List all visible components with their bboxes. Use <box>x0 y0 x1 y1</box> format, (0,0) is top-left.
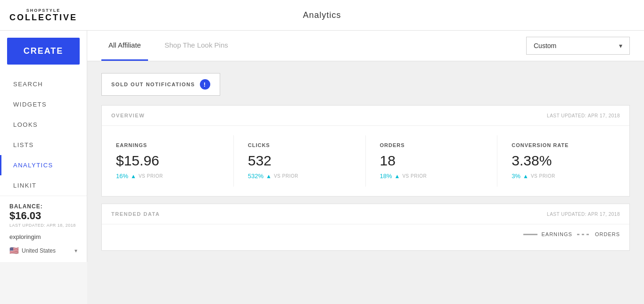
user-info: exploringim <box>9 233 77 240</box>
sidebar-item-linkit[interactable]: LINKIT <box>0 175 87 196</box>
overview-card: OVERVIEW LAST UPDATED: APR 17, 2018 EARN… <box>101 105 630 197</box>
layout: CREATE SEARCH WIDGETS LOOKS LISTS ANALYT… <box>0 31 644 304</box>
sidebar-item-analytics[interactable]: ANALYTICS <box>0 155 87 175</box>
legend-earnings: EARNINGS <box>523 231 572 237</box>
clicks-change: 532% ▲ VS PRIOR <box>248 173 351 180</box>
sidebar-bottom: BALANCE: $16.03 LAST UPDATED: APR 18, 20… <box>0 196 87 262</box>
orders-pct: 18% <box>380 173 392 180</box>
country-label: United States <box>22 247 56 254</box>
earnings-change: 16% ▲ VS PRIOR <box>116 173 219 180</box>
clicks-value: 532 <box>248 153 351 169</box>
orders-value: 18 <box>380 153 483 169</box>
content-area: SOLD OUT NOTIFICATIONS ! OVERVIEW LAST U… <box>87 61 644 263</box>
tab-actions: Custom ▾ <box>526 37 630 55</box>
user-country[interactable]: 🇺🇸 United States ▾ <box>9 246 77 255</box>
conversion-label: CONVERSION RATE <box>512 142 615 148</box>
logo-shopstyle: SHOPSTYLE <box>26 8 61 13</box>
flag-icon: 🇺🇸 <box>9 246 19 255</box>
sidebar-item-lists[interactable]: LISTS <box>0 135 87 155</box>
orders-up-icon: ▲ <box>395 173 400 180</box>
sidebar-item-widgets[interactable]: WIDGETS <box>0 94 87 115</box>
notification-icon: ! <box>200 79 210 90</box>
balance-amount: $16.03 <box>9 210 77 222</box>
earnings-up-icon: ▲ <box>131 173 136 180</box>
conversion-value: 3.38% <box>512 153 615 169</box>
overview-title: OVERVIEW <box>111 113 145 118</box>
earnings-label: EARNINGS <box>116 142 219 148</box>
conversion-vs: VS PRIOR <box>531 173 555 179</box>
earnings-vs: VS PRIOR <box>139 173 163 179</box>
conversion-pct: 3% <box>512 173 520 180</box>
orders-change: 18% ▲ VS PRIOR <box>380 173 483 180</box>
date-filter-dropdown[interactable]: Custom ▾ <box>526 37 630 55</box>
orders-vs: VS PRIOR <box>402 173 427 179</box>
metric-conversion-rate: CONVERSION RATE 3.38% 3% ▲ VS PRIOR <box>497 135 629 187</box>
trended-title: TRENDED DATA <box>111 211 160 217</box>
legend-earnings-line <box>523 234 537 235</box>
balance-updated: LAST UPDATED: APR 18, 2018 <box>9 223 77 228</box>
orders-label: ORDERS <box>380 142 483 148</box>
balance-label: BALANCE: <box>9 203 77 210</box>
legend-orders-label: ORDERS <box>595 231 620 237</box>
overview-card-header: OVERVIEW LAST UPDATED: APR 17, 2018 <box>102 106 629 126</box>
user-name: exploringim <box>9 233 41 240</box>
clicks-vs: VS PRIOR <box>274 173 298 179</box>
main-content: All Affiliate Shop The Look Pins Custom … <box>87 31 644 304</box>
sidebar-item-search[interactable]: SEARCH <box>0 74 87 94</box>
legend-earnings-label: EARNINGS <box>541 231 572 237</box>
sidebar-inner: CREATE SEARCH WIDGETS LOOKS LISTS ANALYT… <box>0 31 87 262</box>
page-title: Analytics <box>303 10 341 20</box>
legend-orders: ORDERS <box>577 231 620 237</box>
trended-card: TRENDED DATA LAST UPDATED: APR 17, 2018 … <box>101 204 630 251</box>
sidebar: CREATE SEARCH WIDGETS LOOKS LISTS ANALYT… <box>0 31 87 304</box>
sidebar-nav: SEARCH WIDGETS LOOKS LISTS ANALYTICS LIN… <box>0 74 87 196</box>
sidebar-item-looks[interactable]: LOOKS <box>0 115 87 135</box>
earnings-value: $15.96 <box>116 153 219 169</box>
clicks-label: CLICKS <box>248 142 351 148</box>
overview-last-updated: LAST UPDATED: APR 17, 2018 <box>547 113 620 118</box>
earnings-pct: 16% <box>116 173 128 180</box>
conversion-change: 3% ▲ VS PRIOR <box>512 173 615 180</box>
date-filter-label: Custom <box>534 42 556 49</box>
sold-out-notifications-button[interactable]: SOLD OUT NOTIFICATIONS ! <box>101 73 220 96</box>
conversion-up-icon: ▲ <box>523 173 528 180</box>
tab-bar: All Affiliate Shop The Look Pins Custom … <box>87 31 644 61</box>
trended-legend: EARNINGS ORDERS <box>102 224 629 244</box>
legend-orders-line <box>577 234 591 235</box>
metric-earnings: EARNINGS $15.96 16% ▲ VS PRIOR <box>102 135 234 187</box>
notification-label: SOLD OUT NOTIFICATIONS <box>111 82 195 87</box>
tab-shop-the-look[interactable]: Shop The Look Pins <box>157 31 235 61</box>
metric-clicks: CLICKS 532 532% ▲ VS PRIOR <box>234 135 366 187</box>
trended-header: TRENDED DATA LAST UPDATED: APR 17, 2018 <box>102 204 629 224</box>
clicks-pct: 532% <box>248 173 264 180</box>
header: SHOPSTYLE COLLECTIVE Analytics <box>0 0 644 31</box>
tab-all-affiliate[interactable]: All Affiliate <box>101 31 148 61</box>
trended-last-updated: LAST UPDATED: APR 17, 2018 <box>547 212 620 217</box>
clicks-up-icon: ▲ <box>266 173 272 180</box>
country-dropdown-arrow[interactable]: ▾ <box>74 247 77 254</box>
logo-collective: COLLECTIVE <box>9 13 77 23</box>
chevron-down-icon: ▾ <box>619 42 622 49</box>
metrics-grid: EARNINGS $15.96 16% ▲ VS PRIOR CLICKS 53… <box>102 126 629 196</box>
logo: SHOPSTYLE COLLECTIVE <box>9 8 77 23</box>
create-button[interactable]: CREATE <box>7 38 80 65</box>
metric-orders: ORDERS 18 18% ▲ VS PRIOR <box>366 135 498 187</box>
